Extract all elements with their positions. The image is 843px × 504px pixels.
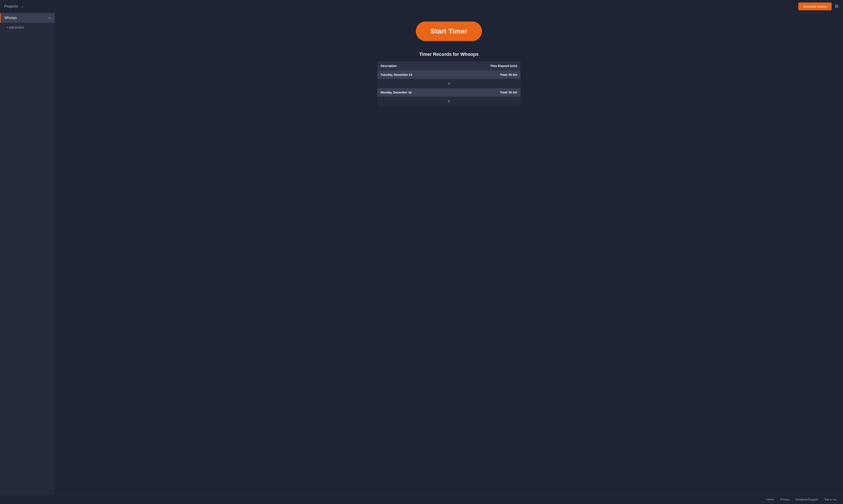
projects-title: Projects bbox=[4, 4, 18, 8]
main-layout: Whoops + add project Start Timer Timer R… bbox=[0, 13, 843, 495]
footer-link-talk[interactable]: Talk to me bbox=[824, 498, 837, 501]
timer-records-title: Timer Records for Whoops bbox=[377, 52, 520, 57]
date-total: Total: 0h 0m bbox=[453, 88, 520, 97]
collapse-sidebar-button[interactable] bbox=[20, 3, 25, 10]
footer: Home Privacy Feedback/Support Talk to me bbox=[0, 495, 843, 504]
table-value-row: 0 bbox=[377, 79, 520, 88]
gear-icon bbox=[835, 4, 839, 9]
col-description-header: Description bbox=[377, 61, 453, 71]
timer-value: 0 bbox=[377, 97, 520, 106]
date-label: Monday, December 16 bbox=[377, 88, 453, 97]
top-bar: Projects Generate Invoice bbox=[0, 0, 843, 13]
top-bar-right: Generate Invoice bbox=[798, 2, 839, 10]
content-area: Start Timer Timer Records for Whoops Des… bbox=[55, 13, 843, 495]
sidebar-item-whoops[interactable]: Whoops bbox=[0, 13, 55, 23]
table-value-row: 0 bbox=[377, 97, 520, 106]
footer-link-feedback[interactable]: Feedback/Support bbox=[795, 498, 818, 501]
sidebar-project-name: Whoops bbox=[4, 16, 17, 20]
table-date-row: Monday, December 16 Total: 0h 0m bbox=[377, 88, 520, 97]
table-header-row: Description Time Elapsed (min) bbox=[377, 61, 520, 71]
timer-records-table: Description Time Elapsed (min) Tuesday, … bbox=[377, 61, 520, 106]
chevron-left-icon bbox=[22, 4, 23, 9]
footer-link-privacy[interactable]: Privacy bbox=[780, 498, 789, 501]
col-time-elapsed-header: Time Elapsed (min) bbox=[453, 61, 520, 71]
timer-records-section: Timer Records for Whoops Description Tim… bbox=[377, 52, 520, 106]
timer-value: 0 bbox=[377, 79, 520, 88]
sidebar: Whoops + add project bbox=[0, 13, 55, 495]
date-total: Total: 0h 0m bbox=[453, 71, 520, 79]
date-label: Tuesday, December 24 bbox=[377, 71, 453, 79]
top-bar-left: Projects bbox=[4, 3, 25, 10]
edit-project-icon[interactable] bbox=[49, 16, 51, 20]
generate-invoice-button[interactable]: Generate Invoice bbox=[798, 2, 832, 10]
settings-button[interactable] bbox=[835, 4, 839, 9]
start-timer-button[interactable]: Start Timer bbox=[416, 21, 482, 41]
footer-link-home[interactable]: Home bbox=[767, 498, 774, 501]
table-date-row: Tuesday, December 24 Total: 0h 0m bbox=[377, 71, 520, 79]
add-project-button[interactable]: + add project bbox=[0, 23, 55, 32]
